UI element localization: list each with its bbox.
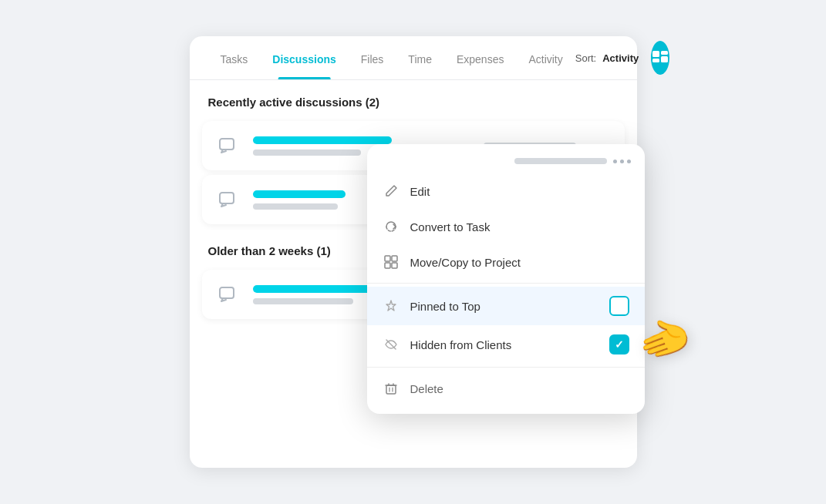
tab-files[interactable]: Files xyxy=(349,36,396,79)
app-container: Tasks Discussions Files Time Expenses Ac… xyxy=(0,0,826,504)
cm-dot xyxy=(613,160,617,163)
svg-rect-8 xyxy=(392,256,397,261)
sort-label: Sort: xyxy=(575,52,596,64)
pinned-checkbox[interactable] xyxy=(609,296,629,316)
disc-line-blue-2 xyxy=(253,190,346,198)
disc-line-blue-3 xyxy=(253,285,376,293)
svg-rect-0 xyxy=(652,51,659,57)
disc-line-blue-1 xyxy=(253,136,392,144)
avatar-button[interactable] xyxy=(651,41,669,75)
cm-placeholder xyxy=(514,158,607,164)
svg-rect-6 xyxy=(220,287,234,298)
tab-bar: Tasks Discussions Files Time Expenses Ac… xyxy=(190,36,637,80)
tab-discussions[interactable]: Discussions xyxy=(260,36,348,79)
cm-dot xyxy=(627,160,631,163)
svg-rect-5 xyxy=(220,193,234,203)
edit-icon xyxy=(383,183,400,200)
cm-label-convert: Convert to Task xyxy=(410,220,629,234)
cm-dot xyxy=(620,160,624,163)
tab-expenses[interactable]: Expenses xyxy=(444,36,516,79)
cm-label-edit: Edit xyxy=(410,185,629,198)
cm-label-delete: Delete xyxy=(410,382,629,395)
cm-label-pinned: Pinned to Top xyxy=(410,300,598,313)
main-panel: Tasks Discussions Files Time Expenses Ac… xyxy=(190,36,637,468)
svg-rect-3 xyxy=(661,56,668,62)
svg-rect-2 xyxy=(652,59,659,62)
cm-divider-1 xyxy=(367,283,645,284)
cm-item-edit[interactable]: Edit xyxy=(367,173,645,209)
hidden-checkbox[interactable] xyxy=(609,334,629,354)
delete-icon xyxy=(383,380,400,397)
cm-dots xyxy=(613,160,631,163)
disc-line-gray-2 xyxy=(253,203,338,210)
svg-rect-4 xyxy=(220,139,234,150)
cm-item-delete[interactable]: Delete xyxy=(367,371,645,406)
pin-icon xyxy=(383,297,400,314)
tab-activity[interactable]: Activity xyxy=(516,36,575,79)
svg-rect-7 xyxy=(385,256,390,261)
tab-time[interactable]: Time xyxy=(396,36,444,79)
disc-line-gray-3 xyxy=(253,298,353,304)
move-icon xyxy=(383,254,400,270)
tab-tasks[interactable]: Tasks xyxy=(208,36,261,79)
cm-item-hidden[interactable]: Hidden from Clients xyxy=(367,325,645,364)
hidden-icon xyxy=(383,336,400,353)
discussion-icon-2 xyxy=(214,186,242,213)
cm-label-hidden: Hidden from Clients xyxy=(410,338,598,351)
convert-icon xyxy=(383,218,400,235)
cm-top-bar xyxy=(367,152,645,173)
section-header-recent: Recently active discussions (2) xyxy=(190,80,637,116)
cm-item-move[interactable]: Move/Copy to Project xyxy=(367,244,645,280)
sort-value: Activity xyxy=(602,52,639,64)
svg-rect-12 xyxy=(386,385,396,394)
svg-rect-10 xyxy=(392,263,397,268)
cm-label-move: Move/Copy to Project xyxy=(410,256,629,269)
cm-divider-2 xyxy=(367,367,645,368)
cm-item-convert[interactable]: Convert to Task xyxy=(367,209,645,244)
discussion-icon-1 xyxy=(214,132,242,160)
disc-line-gray-1 xyxy=(253,150,361,156)
cm-item-pinned[interactable]: Pinned to Top xyxy=(367,287,645,325)
svg-rect-9 xyxy=(385,263,390,268)
svg-rect-1 xyxy=(661,51,668,55)
discussion-icon-3 xyxy=(214,281,242,308)
context-menu: Edit Convert to Task xyxy=(367,144,645,414)
